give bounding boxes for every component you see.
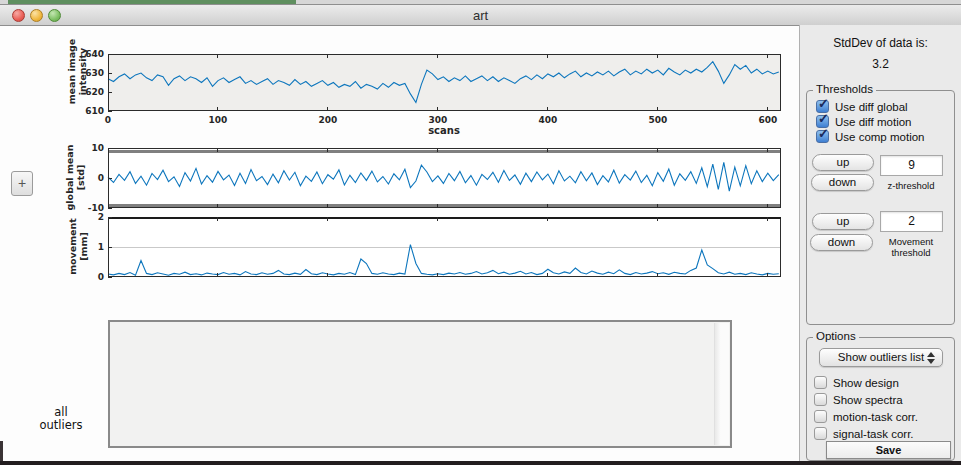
x-tick-label: 200: [311, 115, 345, 125]
checkbox-label: Show spectra: [833, 394, 903, 406]
y-tick-label: 0: [78, 173, 104, 183]
x-tick-label: 0: [91, 115, 125, 125]
options-group-label: Options: [813, 330, 859, 342]
plot-movement: 012: [108, 217, 781, 277]
checkbox-row: ✓Show design: [814, 374, 918, 391]
z-threshold-field[interactable]: 9: [880, 155, 943, 176]
z-threshold-down-button[interactable]: down: [811, 174, 874, 191]
stddev-label: StdDev of data is:: [800, 36, 961, 50]
z-threshold-up-button[interactable]: up: [812, 154, 874, 171]
dropdown-value: Show outliers list: [838, 351, 924, 363]
movement-threshold-field[interactable]: 2: [880, 211, 943, 232]
zoom-in-button[interactable]: +: [11, 171, 33, 196]
all-outliers-label: alloutliers: [28, 406, 94, 432]
checkbox-row: ✓Use diff global: [816, 99, 924, 114]
thresholds-checkboxes: ✓Use diff global✓Use diff motion✓Use com…: [816, 99, 924, 144]
dropdown-arrows-icon: [927, 351, 935, 365]
checkmark-icon: ✓: [818, 96, 829, 111]
checkbox-row: ✓motion-task corr.: [814, 408, 918, 425]
checkbox[interactable]: ✓: [814, 376, 827, 389]
checkbox-label: Use diff motion: [835, 116, 912, 128]
thresholds-group-label: Thresholds: [813, 83, 876, 95]
y-tick-label: 610: [78, 106, 104, 116]
checkbox-label: Use comp motion: [835, 131, 924, 143]
window-edge: [0, 441, 3, 461]
y-tick-label: 2: [78, 212, 104, 222]
x-tick-label: 400: [531, 115, 565, 125]
control-panel: StdDev of data is: 3.2 Thresholds ✓Use d…: [799, 25, 961, 461]
checkbox-row: ✓signal-task corr.: [814, 425, 918, 442]
x-tick-label: 100: [201, 115, 235, 125]
checkbox-row: ✓Use diff motion: [816, 114, 924, 129]
y-tick-label: 1: [78, 242, 104, 252]
checkbox[interactable]: ✓: [814, 393, 827, 406]
options-checkboxes: ✓Show design✓Show spectra✓motion-task co…: [814, 374, 918, 442]
checkbox-label: signal-task corr.: [833, 428, 914, 440]
y-tick-label: 620: [78, 87, 104, 97]
x-tick-label: 600: [751, 115, 785, 125]
z-threshold-label: z-threshold: [878, 181, 944, 192]
y-tick-label: 630: [78, 68, 104, 78]
checkbox-label: Use diff global: [835, 101, 908, 113]
checkmark-icon: ✓: [818, 126, 829, 141]
bottom-edge-bar: [0, 461, 961, 465]
y-tick-label: 640: [78, 49, 104, 59]
movement-threshold-up-button[interactable]: up: [812, 213, 874, 230]
all-outliers-listbox[interactable]: [108, 320, 732, 448]
x-tick-label: 500: [641, 115, 675, 125]
checkbox[interactable]: ✓: [814, 427, 827, 440]
movement-threshold-down-button[interactable]: down: [810, 234, 873, 251]
save-button[interactable]: Save: [826, 441, 951, 459]
plot-global-mean-std: -10010: [108, 148, 781, 208]
plot-mean-image-intensity: 6106206306400100200300400500600: [108, 54, 781, 111]
x-axis-label-scans: scans: [414, 125, 474, 136]
checkbox-row: ✓Use comp motion: [816, 129, 924, 144]
checkmark-icon: ✓: [818, 111, 829, 126]
background-window-strip: [8, 0, 296, 4]
movement-threshold-label: Movement threshold: [876, 237, 946, 258]
titlebar[interactable]: art: [0, 5, 961, 26]
checkbox-label: motion-task corr.: [833, 411, 918, 423]
x-tick-label: 300: [421, 115, 455, 125]
checkbox-label: Show design: [833, 377, 899, 389]
checkbox-row: ✓Show spectra: [814, 391, 918, 408]
window-title: art: [0, 8, 961, 23]
checkbox[interactable]: ✓: [816, 130, 829, 143]
show-outliers-dropdown[interactable]: Show outliers list: [819, 348, 943, 367]
stddev-value: 3.2: [800, 57, 961, 71]
listbox-scrollbar[interactable]: [714, 323, 729, 445]
y-tick-label: 10: [78, 143, 104, 153]
checkbox[interactable]: ✓: [814, 410, 827, 423]
y-tick-label: 0: [78, 272, 104, 282]
